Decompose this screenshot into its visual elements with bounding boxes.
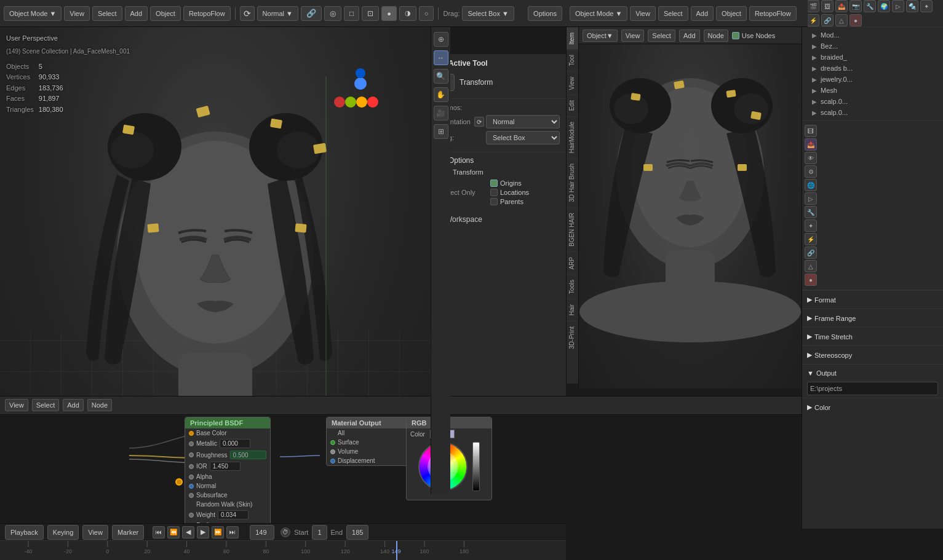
- material-output-node[interactable]: Material Output All Surface Volume Displ…: [326, 417, 412, 466]
- step-fwd-btn[interactable]: ⏩: [212, 526, 224, 538]
- timeline-bar[interactable]: -40 -20 0 20 40 60 80 100 120 140: [0, 541, 566, 560]
- locations-checkbox[interactable]: [490, 189, 498, 196]
- format-header[interactable]: ▶ Format: [807, 293, 938, 306]
- view-menu[interactable]: View: [64, 6, 90, 21]
- object-dropdown-sv[interactable]: Object ▼: [583, 30, 618, 42]
- particles-icon[interactable]: ✦: [920, 0, 933, 12]
- tree-item-dreads[interactable]: ▶ dreads b...: [802, 63, 943, 74]
- playback-btn[interactable]: Playback: [5, 525, 44, 540]
- tab-item[interactable]: Item: [567, 27, 578, 49]
- object-menu[interactable]: Object: [150, 6, 181, 21]
- tab-hair[interactable]: Hair: [567, 299, 578, 320]
- prop-physics-settings-icon[interactable]: ⚡: [805, 233, 817, 245]
- stereoscopy-header[interactable]: ▶ Stereoscopy: [807, 349, 938, 361]
- world-icon[interactable]: 🌍: [878, 0, 890, 12]
- tree-item-bez[interactable]: ▶ Bez...: [802, 41, 943, 52]
- keying-btn[interactable]: Keying: [47, 525, 79, 540]
- prop-modifier-settings-icon[interactable]: 🔧: [805, 206, 817, 218]
- physics-icon[interactable]: ⚡: [807, 14, 819, 26]
- tree-item-scalp1[interactable]: ▶ scalp.0...: [802, 96, 943, 107]
- view-btn-timeline[interactable]: View: [82, 525, 108, 540]
- tab-tool[interactable]: Tool: [567, 49, 578, 71]
- prop-world-settings-icon[interactable]: 🌐: [805, 179, 817, 191]
- node-select-btn[interactable]: Select: [32, 399, 60, 411]
- tab-3dhairbrush[interactable]: 3D Hair Brush: [567, 158, 578, 207]
- orientation-icon[interactable]: ⟳: [474, 117, 484, 127]
- principled-bsdf-node[interactable]: Principled BSDF Base Color Metallic Roug…: [185, 417, 271, 529]
- tab-edit[interactable]: Edit: [567, 95, 578, 116]
- select-menu[interactable]: Select: [92, 6, 122, 21]
- object-mode-dropdown-r[interactable]: Object Mode ▼: [570, 6, 627, 21]
- prop-material-settings-icon[interactable]: ●: [805, 274, 817, 286]
- add-btn-sv[interactable]: Add: [679, 30, 700, 42]
- tab-3dprint[interactable]: 3D-Print: [567, 321, 578, 354]
- metallic-input[interactable]: [220, 439, 250, 448]
- tree-item-jewelry[interactable]: ▶ jewelry.0...: [802, 74, 943, 85]
- roughness-bar[interactable]: 0.500: [230, 451, 266, 459]
- current-frame[interactable]: 149: [250, 525, 274, 540]
- view-btn-sv[interactable]: View: [621, 30, 645, 42]
- tab-hairmodule[interactable]: HairModule: [567, 116, 578, 158]
- view-layer-icon[interactable]: 📷: [849, 0, 862, 12]
- cursor-tool-icon[interactable]: ⊕: [434, 32, 448, 47]
- tab-bgenhair[interactable]: BGEN HAIR: [567, 207, 578, 251]
- proportional-btn[interactable]: ◎: [324, 6, 341, 21]
- retopoflow-menu-r[interactable]: RetopoFlow: [749, 6, 797, 21]
- end-frame-input[interactable]: 185: [346, 525, 368, 540]
- frame-range-header[interactable]: ▶ Frame Range: [807, 312, 938, 325]
- options-header[interactable]: ▼ Options: [437, 156, 560, 165]
- prop-obj-settings-icon[interactable]: ▷: [805, 192, 817, 205]
- move-tool-icon[interactable]: ↔: [434, 50, 448, 65]
- modifier-icon[interactable]: 🔩: [906, 0, 918, 12]
- shading-rendered[interactable]: ○: [419, 6, 434, 21]
- prop-particle-settings-icon[interactable]: ✦: [805, 219, 817, 232]
- tree-item-mod[interactable]: ▶ Mod...: [802, 30, 943, 41]
- brightness-slider[interactable]: [472, 442, 480, 491]
- view-menu-r[interactable]: View: [630, 6, 656, 21]
- search-icon[interactable]: 🔍: [434, 69, 448, 84]
- prop-view-layer-settings-icon[interactable]: 👁: [805, 152, 817, 164]
- node-view-btn[interactable]: View: [5, 399, 28, 411]
- prop-scene-settings-icon[interactable]: ⚙: [805, 165, 817, 178]
- ior-input[interactable]: [210, 462, 241, 471]
- node-add-btn[interactable]: Add: [63, 399, 84, 411]
- node-editor-canvas[interactable]: Principled BSDF Base Color Metallic Roug…: [0, 414, 802, 529]
- step-back-btn[interactable]: ⏪: [167, 526, 180, 538]
- play-back-btn[interactable]: ◀: [182, 526, 194, 538]
- select-btn-sv[interactable]: Select: [648, 30, 675, 42]
- add-menu-r[interactable]: Add: [691, 6, 714, 21]
- start-frame-input[interactable]: 1: [312, 525, 327, 540]
- tree-item-mesh[interactable]: ▶ Mesh: [802, 85, 943, 96]
- play-btn[interactable]: ▶: [197, 526, 209, 538]
- tree-item-braided[interactable]: ▶ braided_: [802, 52, 943, 63]
- snap-btn[interactable]: 🔗: [301, 6, 322, 21]
- object-mode-dropdown[interactable]: Object Mode ▼: [4, 6, 62, 21]
- orientation-dropdown[interactable]: Normal ▼: [257, 6, 298, 21]
- tree-item-scalp2[interactable]: ▶ scalp.0...: [802, 107, 943, 118]
- use-nodes-checkbox[interactable]: [732, 32, 739, 39]
- prop-data-settings-icon[interactable]: △: [805, 260, 817, 272]
- jump-start-btn[interactable]: ⏮: [153, 526, 165, 538]
- obj-props-icon[interactable]: ▷: [892, 0, 904, 12]
- constraints-icon[interactable]: 🔗: [821, 14, 834, 26]
- prop-render-settings-icon[interactable]: 🎞: [805, 125, 817, 137]
- weight-input[interactable]: [218, 510, 249, 519]
- scene-props-icon[interactable]: 🔧: [864, 0, 876, 12]
- color-header[interactable]: ▶ Color: [807, 401, 938, 414]
- camera-icon[interactable]: 🎥: [434, 106, 448, 120]
- shading-solid[interactable]: ●: [381, 6, 397, 21]
- drag-select[interactable]: Select Box Select Circle: [486, 131, 560, 144]
- jump-end-btn[interactable]: ⏭: [226, 526, 239, 538]
- overlay-toggle[interactable]: □: [344, 6, 359, 21]
- output-path[interactable]: E:\projects: [807, 382, 938, 395]
- second-viewport[interactable]: [578, 44, 802, 388]
- xray-toggle[interactable]: ⊡: [362, 6, 379, 21]
- orientation-select[interactable]: Normal Global Local: [486, 115, 560, 128]
- tab-tools[interactable]: Tools: [567, 274, 578, 299]
- object-menu-r[interactable]: Object: [716, 6, 747, 21]
- prop-output-settings-icon[interactable]: 📤: [805, 138, 817, 151]
- time-stretch-header[interactable]: ▶ Time Stretch: [807, 330, 938, 343]
- retopoflow-menu[interactable]: RetopoFlow: [183, 6, 231, 21]
- shading-material[interactable]: ◑: [399, 6, 416, 21]
- material-icon[interactable]: ●: [849, 14, 862, 26]
